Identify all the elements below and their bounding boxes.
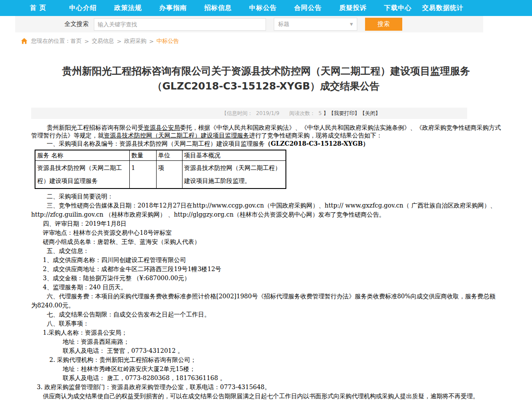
intro-text: 进行了竞争性磋商采购，现将成交结果公告如下： [249, 132, 382, 139]
agency-address: 地址：桂林市秀峰区红岭路安庆大厦2单元15楼； [31, 364, 501, 374]
search-bar: 全文搜索 标题 ▼ 搜索 [15, 16, 483, 32]
col-header-unit: 单位 [156, 150, 182, 161]
col-header-overview: 项目基本概况 [182, 150, 286, 161]
breadcrumb-current: 中标公告 [157, 37, 179, 45]
cell-unit: 项 [156, 161, 182, 189]
col-header-quantity: 数量 [129, 150, 156, 161]
nav-item-center-intro[interactable]: 中心介绍 [61, 4, 106, 12]
meta-bracket: 】 [322, 110, 329, 117]
breadcrumb-link-home[interactable]: 首页 [71, 37, 82, 45]
purchaser-name-underlined: 资源县公安局 [144, 124, 180, 131]
page-title: 贵州新阳光工程招标咨询有限公司关于资源县技术防控网（天网二期工程）建设项目监理服… [31, 64, 501, 94]
purchaser-contact: 联系人及电话： 王警官，0773-4312012 。 [31, 346, 501, 355]
supervision-period: 4、监理服务期：240 日历天。 [31, 283, 501, 292]
breadcrumb-label: 您现在的位置： [31, 37, 71, 45]
breadcrumb-separator: > [117, 38, 122, 45]
table-row: 资源县技术防控网（天网二期工程）建设项目监理服务 1 项 资源县技术防控网（天网… [35, 161, 286, 189]
read-count-value: 5 [318, 110, 322, 116]
table-header-row: 服务 名称 数量 单位 项目基本概况 [35, 150, 286, 161]
breadcrumb-separator: > [149, 38, 154, 45]
nav-item-home[interactable]: 首 页 [16, 4, 61, 12]
col-header-service-name: 服务 名称 [35, 150, 129, 161]
project-name-underlined: 资源县技术防控网（天网二期工程）建设项目监理服务 [104, 132, 249, 139]
breadcrumb-separator: > [84, 38, 89, 45]
article-meta-bar: 【信息时间： 2019/1/9 阅读次数： 5 】 【我要打印】 【关闭】 [31, 108, 467, 119]
search-input[interactable] [94, 18, 266, 31]
breadcrumb-link-trade-info[interactable]: 交易信息 [92, 37, 114, 45]
print-button[interactable]: 【我要打印】 [329, 110, 360, 117]
objection-notice: 供应商认为成交结果使自己的权益受到损害的，可以在成交结果公告期限届满之日起七个工… [31, 392, 501, 401]
section-project-name-number: 一、采购项目名称及编号：资源县技术防控网（天网二期工程）建设项目监理服务（GLZ… [31, 139, 501, 148]
project-table: 服务 名称 数量 单位 项目基本概况 资源县技术防控网（天网二期工程）建设项目监… [35, 150, 286, 189]
purchaser-address: 地址：资源县西延南路； [31, 337, 501, 346]
nav-item-trade-statistics[interactable]: 交易数据统计 [420, 4, 465, 12]
section-announcement-media: 三、竞争性磋商公告媒体及日期：2018年12月27日在http://www.cc… [31, 201, 501, 219]
nav-item-tender-info[interactable]: 招标信息 [195, 4, 240, 12]
cell-overview: 资源县技术防控网（天网二期工程）建设项目施工阶段监理。 [182, 161, 286, 189]
search-category-select[interactable]: 标题 ▼ [274, 18, 357, 31]
breadcrumb-link-gov-procurement[interactable]: 政府采购 [124, 37, 147, 45]
read-count-label: 阅读次数： [279, 110, 319, 117]
search-scope-label: 全文搜索 [64, 20, 89, 28]
agency-name: 2. 采购代理机构：贵州新阳光工程招标咨询有限公司； [31, 355, 501, 364]
nav-item-download-center[interactable]: 下载中心 [375, 4, 420, 12]
breadcrumb: 您现在的位置： 首页 > 交易信息 > 政府采购 > 中标公告 [21, 37, 532, 45]
section-review-date: 四、评审日期：2019年1月8日 [31, 219, 501, 228]
nav-item-award-announcements[interactable]: 中标公告 [240, 4, 285, 12]
agency-contact: 联系人及电话： 唐工，0773-8280368，18176361168 。 [31, 374, 501, 383]
nav-item-complaints[interactable]: 质疑投诉 [330, 4, 375, 12]
top-nav: 首 页 中心介绍 政策法规 办事指南 招标信息 中标公告 合同公告 质疑投诉 下… [0, 0, 532, 16]
info-time-label: 【信息时间： [221, 110, 256, 117]
panel-members: 磋商小组成员名单：唐碧秋、王华、蓝海安（采购人代表） [31, 237, 501, 246]
section-1-text: 一、采购项目名称及编号：资源县技术防控网（天网二期工程）建设项目监理服务 [47, 140, 265, 147]
section-announcement-period: 七、成交结果公告期限：自成交公告发布之日起一个工作日。 [31, 310, 501, 319]
award-amount: 3、成交金额：陆拾捌万柒仟元整 （¥:687000.00元） [31, 274, 501, 283]
section-award-info: 五、成交信息： [31, 246, 501, 256]
review-location: 评审地点：桂林市公共资源交易中心18号评标室 [31, 228, 501, 237]
search-category-value: 标题 [278, 20, 289, 28]
nav-item-policies[interactable]: 政策法规 [106, 4, 151, 12]
cell-service-name: 资源县技术防控网（天网二期工程）建设项目监理服务 [35, 161, 129, 189]
announcement-body: 贵州新阳光工程招标咨询有限公司受资源县公安局委托，根据《中华人民共和国政府采购法… [31, 124, 501, 406]
search-button[interactable]: 搜索 [365, 18, 402, 31]
info-time-value: 2019/1/9 [256, 110, 279, 116]
cell-quantity: 1 [129, 161, 156, 189]
intro-text: 贵州新阳光工程招标咨询有限公司受 [47, 124, 144, 131]
nav-item-service-guide[interactable]: 办事指南 [151, 4, 195, 12]
purchaser-name: 1.采购人名称：资源县公安局； [31, 328, 501, 337]
intro-paragraph: 贵州新阳光工程招标咨询有限公司受资源县公安局委托，根据《中华人民共和国政府采购法… [31, 124, 501, 139]
award-supplier-name: 1、成交供应商名称：四川同创建设工程管理有限公司 [31, 256, 501, 265]
home-icon[interactable] [21, 38, 28, 45]
project-code: （GLZC2018-C3-15128-XYGB） [265, 140, 369, 147]
section-brief-description: 二、采购项目简要说明： [31, 192, 501, 201]
section-contacts: 八、联系事项： [31, 319, 501, 328]
close-button[interactable]: 【关闭】 [360, 110, 381, 117]
nav-item-contract-announcements[interactable]: 合同公告 [285, 4, 330, 12]
chevron-down-icon: ▼ [350, 22, 353, 26]
supervision-department: 3. 政府采购监督管理部门：资源县政府采购管理办公室，联系电话：0773-431… [31, 383, 501, 392]
award-supplier-address: 2、成交供应商地址：成都市金牛区二环路西三段19号1幢3楼12号 [31, 265, 501, 274]
section-agency-fee: 六、代理服务费：本项目的采购代理服务费收费标准参照计价格[2002]1980号《… [31, 292, 501, 310]
